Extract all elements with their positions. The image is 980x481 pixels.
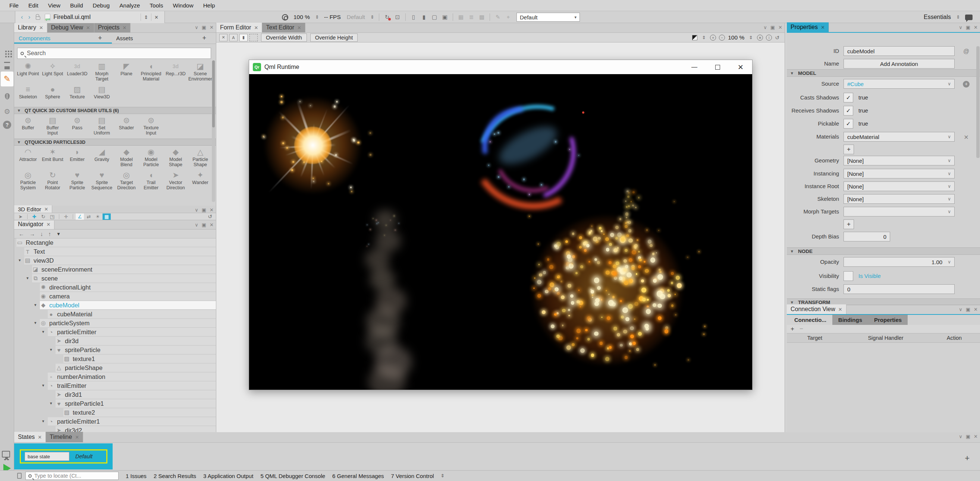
select-target-icon[interactable]: ⊡ [393,13,402,21]
subtab-components[interactable]: Components+ [14,33,112,44]
library-component-shader[interactable]: ⊜Shader [114,114,139,138]
panel-menu-icon[interactable]: ∨ [959,434,963,439]
morph-targets-combobox[interactable]: ∨ [843,207,955,216]
local-orientation-icon[interactable]: ∠ [76,213,84,220]
remove-connection-icon[interactable]: − [800,325,803,333]
style-selector[interactable]: Default ▾ [517,13,580,22]
library-component-model-particle[interactable]: ◉Model Particle [139,146,163,169]
design-mode-icon[interactable]: ✎ [1,71,13,86]
expander-icon[interactable]: ▾ [50,401,52,406]
welcome-mode-icon[interactable] [3,48,11,57]
expander-icon[interactable]: ▾ [27,276,29,281]
add-state-button[interactable]: + [965,453,970,463]
document-close-icon[interactable]: ✕ [151,13,161,21]
library-component-gravity[interactable]: ◢Gravity [89,146,114,169]
output-pane-button-2[interactable]: 2 Search Results [154,473,196,479]
preview-zoom-value[interactable]: 100 % [291,14,312,21]
close-icon[interactable]: ✕ [255,25,258,30]
runtime-title-bar[interactable]: Qr Qml Runtime — ✕ [249,60,752,74]
close-icon[interactable]: ✕ [39,25,43,30]
library-component-rep-r3d[interactable]: 3dRep...r3D [163,60,188,83]
library-search-input[interactable]: Search [17,48,211,59]
library-component-morph-target[interactable]: ▥Morph Target [89,60,114,83]
library-component-sprite-sequence[interactable]: ♥Sprite Sequence [89,169,114,192]
tree-item-dir3d2[interactable]: ➤dir3d2 [14,426,216,432]
undock-icon[interactable]: ▣ [966,434,970,439]
tree-item-Rectangle[interactable]: ▭Rectangle [14,238,216,248]
library-component-vector-direction[interactable]: ➤Vector Direction [163,169,188,192]
filter-icon[interactable]: ▼ [56,231,61,237]
tab-connection-view[interactable]: Connection View✕ [787,305,846,314]
section-transform[interactable]: TRANSFORM [787,298,980,305]
base-state-item[interactable]: base state Default [20,449,107,464]
tree-item-particleEmitter1[interactable]: ◔particleEmitter1▾ [14,417,216,426]
library-component-sprite-particle[interactable]: ♥Sprite Particle [65,169,89,192]
close-icon[interactable]: ✕ [838,306,842,312]
live-preview-icon[interactable] [282,14,288,21]
connection-subtab-bindings[interactable]: Bindings [832,315,868,325]
canvas-zoom-value[interactable]: 100 % [728,34,745,41]
back-icon[interactable]: ‹ [18,13,26,21]
show-bounds-icon[interactable] [250,34,258,41]
snap-parent-icon[interactable]: ▮ [239,34,248,41]
output-pane-button-7[interactable]: 7 Version Control [391,473,434,479]
add-connection-icon[interactable]: + [791,325,794,333]
library-component-target-direction[interactable]: ◎Target Direction [114,169,139,192]
library-component-principled-material[interactable]: ◖Principled Material [139,60,163,83]
casts-shadows-checkbox[interactable]: ✓ [843,93,853,102]
depth-bias-field[interactable]: 0 [843,232,890,241]
undock-icon[interactable]: ▣ [966,25,970,30]
kit-selector-monitor-icon[interactable] [2,450,10,458]
connection-subtab-properties[interactable]: Properties [868,315,908,325]
library-component-emit-burst[interactable]: ✶Emit Burst [40,146,65,169]
library-component-emitter[interactable]: ◗Emitter [65,146,89,169]
opacity-field[interactable]: 1.00∨ [843,257,955,267]
expander-icon[interactable]: ▾ [34,321,37,325]
locator-sidebar-icon[interactable] [17,473,22,479]
move-down-icon[interactable]: ↓ [40,231,43,237]
panel-menu-icon[interactable]: ∨ [195,222,198,227]
tab-library[interactable]: Library✕ [14,23,47,32]
panel-menu-icon[interactable]: ∨ [763,25,767,30]
tree-item-dir3d[interactable]: ➤dir3d [14,337,216,346]
undock-icon[interactable]: ▣ [202,222,206,227]
pickable-checkbox[interactable]: ✓ [843,119,853,129]
connection-subtab-connectio-[interactable]: Connectio... [788,315,832,325]
static-flags-field[interactable]: 0 [843,284,955,294]
menu-item-file[interactable]: File [5,0,24,11]
locator-input[interactable]: Type to locate (Ct... [25,472,119,480]
panel-menu-icon[interactable]: ∨ [195,208,198,213]
close-icon[interactable]: ✕ [821,25,825,30]
reset-view-icon[interactable]: ↺ [208,213,212,219]
menu-item-build[interactable]: Build [65,0,88,11]
close-icon[interactable]: ✕ [45,206,48,212]
tab-text-editor[interactable]: Text Editor✕ [262,23,305,32]
close-icon[interactable]: ✕ [297,25,301,30]
close-panel-icon[interactable]: ✕ [974,434,978,439]
rotate-tool-icon[interactable]: ↻ [39,213,47,220]
source-combobox[interactable]: #Cube∨ [843,79,955,89]
tree-item-dir3d1[interactable]: ➤dir3d1 [14,391,216,399]
workspace-stepper[interactable]: ⇕ [955,14,961,20]
remove-material-icon[interactable]: ✕ [962,133,970,141]
edit-light-icon[interactable]: ☀ [94,213,102,220]
select-tool-icon[interactable]: ➤ [16,213,25,220]
library-component-trail-emitter[interactable]: ◖Trail Emitter [139,169,163,192]
qml-runtime-window[interactable]: Qr Qml Runtime — ✕ [249,60,752,390]
tab-timeline[interactable]: Timeline✕ [46,432,83,442]
visibility-checkbox[interactable] [843,271,853,281]
fps-stepper[interactable]: ⇕ [369,14,375,20]
close-icon[interactable]: ✕ [123,25,127,30]
library-component-model-blend[interactable]: ◆Model Blend [114,146,139,169]
expander-icon[interactable]: ▾ [19,258,21,263]
zoom-out-icon[interactable]: − [719,35,725,41]
background-stepper[interactable]: ⇕ [700,35,707,40]
outline-icon[interactable]: ▢ [430,13,439,21]
menu-item-window[interactable]: Window [168,0,198,11]
reset-view-icon[interactable]: ↺ [775,35,780,41]
tree-item-numberAnimation[interactable]: ▫numberAnimation [14,373,216,381]
tab-projects[interactable]: Projects✕ [94,23,131,32]
no-snapping-icon[interactable]: ✕ [219,34,228,41]
library-component-particle-system[interactable]: ◎Particle System [16,169,40,192]
tree-item-directionalLight[interactable]: ✺directionalLight [14,283,216,292]
